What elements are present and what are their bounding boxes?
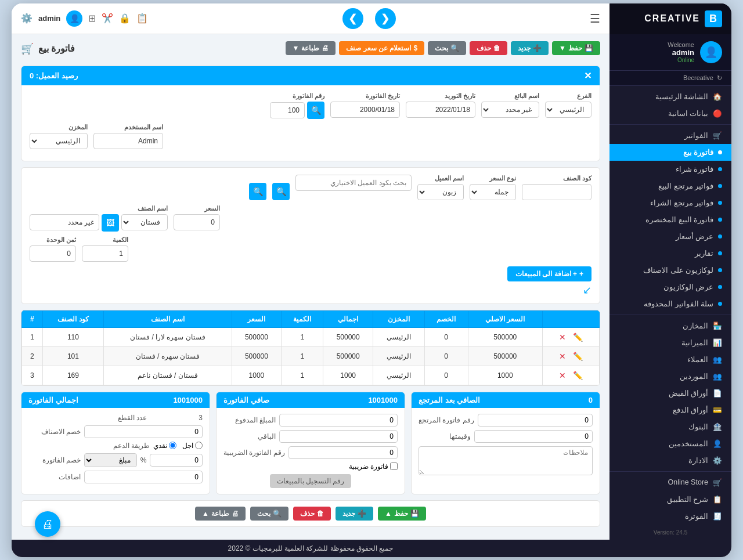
sidebar-item-receipts[interactable]: 📄 أوراق القبض	[609, 385, 731, 402]
paid-input[interactable]	[279, 414, 398, 427]
sidebar-item-app-explain[interactable]: 📋 شرح التطبيق	[609, 491, 731, 508]
sidebar-item-prices[interactable]: عرض أسعار	[609, 228, 731, 245]
grid-icon[interactable]: ⊞	[88, 13, 96, 24]
sidebar-item-sale-fast[interactable]: فاتورة البيع المختصره	[609, 211, 731, 228]
product-name-input[interactable]	[30, 214, 99, 230]
product-code-input[interactable]	[522, 184, 591, 200]
edit-button[interactable]: ✏️	[571, 331, 585, 343]
sidebar-item-users[interactable]: 👤 المستخدمين	[609, 435, 731, 452]
sidebar-item-dashboard[interactable]: 🏠 الشاشة الرئيسية	[609, 88, 731, 105]
nav-forward-button[interactable]: ❯	[375, 8, 396, 29]
print-button[interactable]: 🖨 طباعة ▼	[286, 41, 336, 55]
sidebar-item-basic-data[interactable]: 🔴 بيانات اسانية	[609, 105, 731, 122]
cell-total: 500000	[323, 346, 373, 366]
sidebar-item-sale-invoice[interactable]: فاتورة بيع	[609, 144, 731, 161]
nav-back-button[interactable]: ❮	[342, 8, 363, 29]
sidebar-item-payments[interactable]: 💳 أوراق الدفع	[609, 402, 731, 418]
sidebar-item-sale-return[interactable]: فواتير مرتجع البيع	[609, 178, 731, 194]
additions-input[interactable]	[84, 471, 203, 483]
bottom-new-button[interactable]: ➕ جديد	[336, 507, 373, 521]
sidebar-item-draft[interactable]: سلة الفواتير المحذوفه	[609, 295, 731, 312]
branch-select[interactable]: الرئيسي	[545, 102, 591, 118]
invoice-date-input[interactable]	[330, 102, 400, 118]
quantity-input[interactable]	[82, 245, 128, 262]
table-row: ✏️ ✕ 500000 0 الرئيسي 500000 1 500000 فس…	[22, 327, 600, 346]
edit-button[interactable]: ✏️	[571, 351, 585, 362]
tax-checkbox[interactable]	[390, 463, 398, 470]
inquiry-button[interactable]: $ استعلام عن سعر صنف	[339, 41, 424, 55]
new-button[interactable]: ➕ جديد	[511, 41, 549, 55]
price-type-select[interactable]: جمله	[470, 184, 516, 200]
sidebar-item-purchase-invoice[interactable]: فاتورة شراء	[609, 161, 731, 178]
bottom-save-button[interactable]: 💾 حفظ ▲	[378, 507, 426, 521]
sidebar-refresh[interactable]: ↻ Becreative	[609, 71, 731, 86]
remaining-input[interactable]	[279, 430, 398, 443]
tax-checkbox-label[interactable]: فاتورة ضريبية	[349, 463, 398, 471]
credit-radio-label[interactable]: اجل	[182, 442, 203, 450]
bottom-delete-button[interactable]: 🗑 حذف	[293, 507, 331, 521]
settings-icon[interactable]: ⚙️	[21, 13, 33, 24]
client-search-button-2[interactable]: 🔍	[249, 183, 266, 200]
delete-row-button[interactable]: ✕	[557, 351, 568, 362]
discount-pct-input[interactable]	[150, 454, 203, 467]
sidebar-item-customers[interactable]: 👥 العملاء	[609, 351, 731, 368]
product-type-select[interactable]: فستان	[121, 214, 168, 230]
sidebar-item-warehouses[interactable]: 🏪 المخازن	[609, 317, 731, 334]
fg-store: المخزن الرئيسي	[30, 124, 88, 149]
edit-button[interactable]: ✏️	[571, 370, 585, 381]
bottom-print-button[interactable]: 🖨 طباعة ▲	[195, 507, 246, 521]
cell-code: 110	[42, 327, 104, 346]
sidebar-item-agents-show[interactable]: عرض الوكازيون	[609, 279, 731, 295]
sidebar-item-invoice[interactable]: 🧾 الفوترة	[609, 508, 731, 525]
save-button[interactable]: 💾 حفظ ▼	[552, 41, 600, 55]
sidebar-item-balance[interactable]: 📊 الميزانية	[609, 334, 731, 351]
store-select[interactable]: الرئيسي	[30, 133, 88, 149]
discount-input[interactable]	[84, 425, 203, 438]
unit-price-input[interactable]	[174, 214, 220, 230]
b-print-icon: 🖨	[232, 510, 239, 518]
cash-radio-label[interactable]: نقدي	[153, 442, 176, 450]
add-to-sales-button[interactable]: + + اضافة الى المبيعات	[507, 266, 591, 281]
sidebar-item-purchase-return[interactable]: فواتير مرتجع الشراء	[609, 194, 731, 211]
image-button[interactable]: 🖼	[102, 214, 119, 232]
client-select[interactable]: زبون	[417, 184, 464, 200]
supplier-select[interactable]: غير محدد	[481, 102, 539, 118]
client-search-input[interactable]	[295, 175, 412, 191]
supplier-date-input[interactable]	[406, 102, 475, 118]
delete-row-button[interactable]: ✕	[557, 331, 568, 343]
notes-textarea[interactable]	[419, 446, 593, 475]
sidebar-item-reports[interactable]: تقارير	[609, 245, 731, 262]
invoice-num-label: رقم الفاتورة	[270, 92, 324, 100]
search-button[interactable]: 🔍 بحث	[428, 41, 466, 55]
invoice-discount-type[interactable]: مبلغ	[84, 453, 137, 467]
delete-button[interactable]: 🗑 حذف	[470, 41, 507, 55]
cash-radio[interactable]	[169, 442, 176, 449]
balance-close-button[interactable]: ✕	[584, 70, 591, 81]
lock-icon[interactable]: 🔒	[119, 13, 131, 24]
sidebar-item-agents-report[interactable]: لوكازيون على الاصناف	[609, 262, 731, 279]
hamburger-icon[interactable]: ☰	[590, 12, 600, 26]
invoice-form: الفرع الرئيسي اسم البائع غير	[21, 85, 600, 161]
return-invoice-input[interactable]	[478, 414, 593, 427]
bottom-search-button[interactable]: 🔍 بحث	[250, 507, 288, 521]
username-input[interactable]	[93, 133, 163, 149]
invoice-num-input[interactable]	[270, 102, 305, 118]
topbar-icons: ⚙️ admin 👤 ⊞ ✂️ 🔒 📋	[21, 10, 148, 27]
tax-input[interactable]	[288, 446, 398, 459]
sidebar-item-admin[interactable]: ⚙️ الادارة	[609, 452, 731, 469]
unit-input[interactable]	[30, 245, 76, 262]
invoice-search-button[interactable]: 🔍	[307, 102, 324, 119]
delete-row-button[interactable]: ✕	[557, 370, 568, 381]
register-sales-button[interactable]: رقم التسجيل بالمبيعات	[270, 474, 352, 488]
cart-icon: 🛒	[713, 131, 722, 140]
float-print-button[interactable]: 🖨	[35, 511, 60, 537]
sidebar-item-banks[interactable]: 🏦 البنوك	[609, 418, 731, 435]
sidebar-item-suppliers[interactable]: 👥 الموردين	[609, 368, 731, 385]
clipboard-icon[interactable]: 📋	[136, 13, 148, 24]
credit-radio[interactable]	[195, 442, 203, 449]
valueit-input[interactable]	[474, 430, 593, 443]
tools-icon[interactable]: ✂️	[102, 13, 113, 24]
sidebar-item-online-store[interactable]: 🛒 Online Store	[609, 474, 731, 491]
sidebar-section-invoices[interactable]: 🛒 الفواتير	[609, 127, 731, 144]
client-search-button[interactable]: 🔍	[272, 183, 290, 200]
